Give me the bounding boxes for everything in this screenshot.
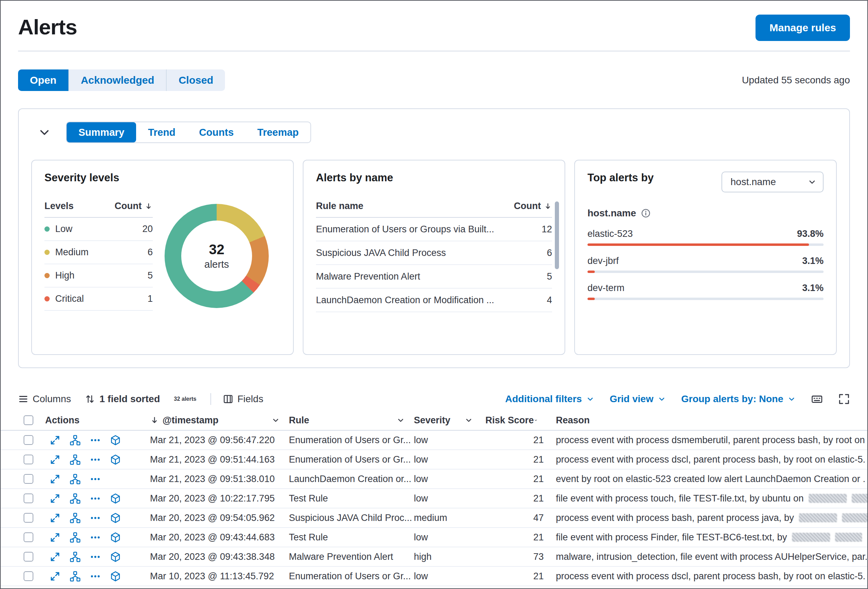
tab-trend[interactable]: Trend: [136, 122, 187, 142]
severity-legend-row[interactable]: Medium 6: [44, 241, 153, 264]
more-actions-icon[interactable]: [90, 571, 101, 582]
rule-name-row[interactable]: LaunchDaemon Creation or Modification ..…: [316, 289, 552, 312]
filter-acknowledged-button[interactable]: Acknowledged: [68, 69, 166, 91]
row-checkbox[interactable]: [24, 552, 33, 562]
rule-name-row[interactable]: Suspicious JAVA Child Process 6: [316, 241, 552, 265]
additional-filters-button[interactable]: Additional filters: [505, 394, 594, 404]
cell-severity[interactable]: low: [414, 571, 482, 582]
cell-risk-score[interactable]: 21: [482, 532, 546, 543]
manage-rules-button[interactable]: Manage rules: [756, 15, 850, 41]
cell-severity[interactable]: low: [414, 493, 482, 504]
session-view-icon[interactable]: [70, 532, 81, 543]
analyze-event-icon[interactable]: [110, 571, 121, 582]
columns-button[interactable]: Columns: [18, 394, 71, 404]
cell-risk-score[interactable]: 21: [482, 474, 546, 484]
cell-rule[interactable]: Malware Prevention Alert: [289, 552, 414, 562]
session-view-icon[interactable]: [70, 493, 81, 504]
cell-timestamp[interactable]: Mar 20, 2023 @ 09:54:05.962: [150, 512, 289, 523]
cell-reason[interactable]: malware, intrusion_detection, file event…: [546, 552, 867, 562]
more-actions-icon[interactable]: [90, 474, 101, 484]
cell-severity[interactable]: low: [414, 454, 482, 465]
row-checkbox[interactable]: [24, 532, 33, 542]
cell-severity[interactable]: high: [414, 552, 482, 562]
column-menu-chevron-icon[interactable]: [397, 416, 405, 424]
cell-reason[interactable]: process event with process dscl, parent …: [546, 571, 867, 582]
more-actions-icon[interactable]: [90, 454, 101, 465]
cell-severity[interactable]: low: [414, 435, 482, 446]
top-alert-row[interactable]: dev-term 3.1%: [588, 283, 824, 300]
session-view-icon[interactable]: [70, 512, 81, 523]
cell-timestamp[interactable]: Mar 21, 2023 @ 09:56:47.220: [150, 435, 289, 446]
cell-risk-score[interactable]: 21: [482, 571, 546, 582]
fullscreen-button[interactable]: [838, 393, 850, 405]
cell-reason[interactable]: process event with process dscl, parent …: [546, 454, 867, 465]
cell-rule[interactable]: Enumeration of Users or Gr...: [289, 435, 414, 446]
expand-alert-icon[interactable]: [50, 474, 61, 484]
session-view-icon[interactable]: [70, 571, 81, 582]
more-actions-icon[interactable]: [90, 552, 101, 562]
column-header-severity[interactable]: Severity: [414, 415, 482, 426]
cell-reason[interactable]: file event with process touch, file TEST…: [546, 493, 867, 504]
collapse-chevron-icon[interactable]: [38, 126, 51, 139]
expand-alert-icon[interactable]: [50, 571, 61, 582]
cell-timestamp[interactable]: Mar 20, 2023 @ 09:43:44.683: [150, 532, 289, 543]
top-alerts-field-select[interactable]: host.name: [722, 171, 824, 192]
session-view-icon[interactable]: [70, 454, 81, 465]
more-actions-icon[interactable]: [90, 435, 101, 446]
tab-summary[interactable]: Summary: [66, 122, 136, 142]
grid-view-button[interactable]: Grid view: [610, 394, 666, 404]
severity-legend-row[interactable]: High 5: [44, 264, 153, 288]
rule-name-row[interactable]: Enumeration of Users or Groups via Built…: [316, 218, 552, 241]
row-checkbox[interactable]: [24, 435, 33, 445]
analyze-event-icon[interactable]: [110, 532, 121, 543]
expand-alert-icon[interactable]: [50, 454, 61, 465]
cell-risk-score[interactable]: 47: [482, 512, 546, 523]
row-checkbox[interactable]: [24, 474, 33, 484]
cell-risk-score[interactable]: 21: [482, 454, 546, 465]
cell-rule[interactable]: Enumeration of Users or Gr...: [289, 454, 414, 465]
filter-closed-button[interactable]: Closed: [166, 69, 225, 91]
row-checkbox[interactable]: [24, 571, 33, 581]
column-menu-chevron-icon[interactable]: [272, 416, 280, 424]
top-alert-row[interactable]: dev-jbrf 3.1%: [588, 255, 824, 273]
row-checkbox[interactable]: [24, 513, 33, 523]
expand-alert-icon[interactable]: [50, 493, 61, 504]
cell-timestamp[interactable]: Mar 10, 2023 @ 11:13:45.792: [150, 571, 289, 582]
column-header-rule[interactable]: Rule: [289, 415, 414, 426]
analyze-event-icon[interactable]: [110, 512, 121, 523]
cell-rule[interactable]: Test Rule: [289, 493, 414, 504]
fields-sorted-button[interactable]: 1 field sorted: [85, 394, 160, 404]
column-menu-chevron-icon[interactable]: [465, 416, 473, 424]
session-view-icon[interactable]: [70, 474, 81, 484]
fields-button[interactable]: Fields: [223, 394, 264, 404]
cell-risk-score[interactable]: 21: [482, 493, 546, 504]
analyze-event-icon[interactable]: [110, 493, 121, 504]
cell-rule[interactable]: Suspicious JAVA Child Proc...: [289, 512, 414, 523]
cell-severity[interactable]: low: [414, 532, 482, 543]
column-menu-chevron-icon[interactable]: [534, 416, 537, 424]
expand-alert-icon[interactable]: [50, 512, 61, 523]
column-header-risk-score[interactable]: Risk Score: [482, 415, 546, 426]
keyboard-shortcuts-button[interactable]: [811, 393, 823, 405]
cell-risk-score[interactable]: 73: [482, 552, 546, 562]
scrollbar-thumb[interactable]: [555, 201, 559, 269]
cell-severity[interactable]: medium: [414, 512, 482, 523]
top-alert-row[interactable]: elastic-523 93.8%: [588, 229, 824, 246]
severity-legend-row[interactable]: Critical 1: [44, 288, 153, 311]
analyze-event-icon[interactable]: [110, 435, 121, 446]
session-view-icon[interactable]: [70, 435, 81, 446]
cell-reason[interactable]: process event with process bash, parent …: [546, 512, 867, 523]
cell-risk-score[interactable]: 21: [482, 435, 546, 446]
tab-treemap[interactable]: Treemap: [245, 122, 310, 142]
cell-reason[interactable]: process event with process dsmemberutil,…: [546, 435, 867, 446]
more-actions-icon[interactable]: [90, 512, 101, 523]
tab-counts[interactable]: Counts: [187, 122, 245, 142]
select-all-checkbox[interactable]: [24, 415, 33, 425]
cell-timestamp[interactable]: Mar 21, 2023 @ 09:51:38.010: [150, 474, 289, 484]
row-checkbox[interactable]: [24, 455, 33, 464]
rule-name-row[interactable]: Malware Prevention Alert 5: [316, 265, 552, 289]
row-checkbox[interactable]: [24, 493, 33, 503]
group-alerts-by-button[interactable]: Group alerts by: None: [681, 394, 796, 404]
cell-timestamp[interactable]: Mar 20, 2023 @ 10:22:17.795: [150, 493, 289, 504]
more-actions-icon[interactable]: [90, 493, 101, 504]
